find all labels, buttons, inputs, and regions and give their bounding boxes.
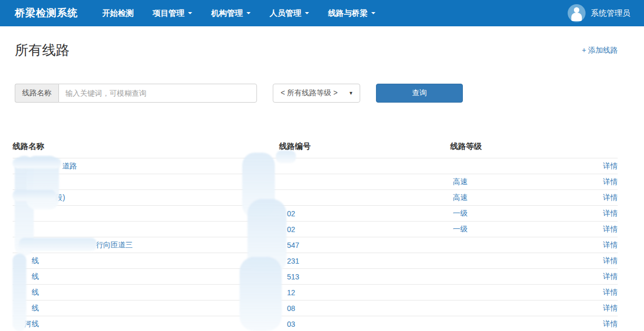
table-row: 02 一级 详情 [13,222,618,237]
line-level-link[interactable] [450,273,453,281]
line-name-link[interactable]: 河线 [13,319,39,328]
line-level-link[interactable] [450,162,453,170]
table-row: 线 513 详情 [13,269,618,285]
detail-link[interactable]: 详情 [603,177,618,186]
header-line-name: 线路名称 [13,136,279,158]
nav-item-4[interactable]: 线路与桥梁 [319,0,385,26]
caret-down-icon: ▼ [349,91,353,96]
line-number-link[interactable]: 08 [279,304,295,313]
line-name-input[interactable] [58,84,257,103]
header-line-number: 线路编号 [279,136,450,158]
page-title: 所有线路 [13,41,70,59]
table-row: 行向匝道三 547 详情 [13,237,618,253]
detail-link[interactable]: 详情 [603,240,618,249]
line-level-link[interactable]: 高速 [450,193,468,202]
nav-item-1[interactable]: 项目管理 [143,0,202,26]
detail-link[interactable]: 详情 [603,225,618,233]
line-number-link[interactable]: 231 [279,257,299,265]
line-name-link[interactable]: 线 [13,272,39,280]
line-level-link[interactable] [450,288,453,297]
detail-link[interactable]: 详情 [603,288,618,296]
line-name-link[interactable]: 道路 [13,162,77,170]
caret-down-icon [371,12,375,14]
caret-down-icon [188,12,192,14]
table-row: 道路 详情 [13,158,618,174]
user-avatar[interactable] [568,4,586,22]
nav-item-2[interactable]: 机构管理 [202,0,260,26]
detail-link[interactable]: 详情 [603,193,618,202]
header-line-level: 线路等级 [450,136,571,158]
query-button[interactable]: 查询 [376,84,463,103]
table-row: 段) 高速 详情 [13,190,618,206]
line-level-link[interactable]: 一级 [450,209,468,217]
caret-down-icon [305,12,309,14]
line-level-select-value: < 所有线路等级 > [281,88,338,98]
caret-down-icon [246,12,251,14]
line-level-select[interactable]: < 所有线路等级 > ▼ [273,84,360,103]
search-form: 线路名称 < 所有线路等级 > ▼ 查询 [13,84,618,103]
line-name-link[interactable]: 行向匝道三 [13,240,133,249]
add-line-link[interactable]: + 添加线路 [582,46,618,55]
detail-link[interactable]: 详情 [603,209,618,217]
user-name-label: 系统管理员 [591,8,630,18]
line-name-link[interactable]: 段) [13,193,65,202]
table-row: 线 231 详情 [13,253,618,269]
page-container: 所有线路 + 添加线路 线路名称 < 所有线路等级 > ▼ 查询 线路名称 线路… [13,41,618,331]
nav-item-0[interactable]: 开始检测 [93,0,143,26]
nav-item-3[interactable]: 人员管理 [260,0,319,26]
line-number-link[interactable]: 02 [279,209,295,218]
line-number-link[interactable] [279,178,287,186]
line-name-link[interactable]: 线 [13,288,39,296]
line-number-link[interactable]: 02 [279,225,295,234]
navbar-user-area[interactable]: 系统管理员 [568,4,630,22]
line-level-link[interactable] [450,241,453,249]
table-header-row: 线路名称 线路编号 线路等级 [13,136,618,158]
line-name-link[interactable]: 线 [13,304,39,312]
line-level-link[interactable]: 一级 [450,225,468,233]
main-nav: 开始检测 项目管理 机构管理 人员管理 线路与桥梁 [93,0,385,26]
lines-table: 线路名称 线路编号 线路等级 道路 详情 高速 详情 段) 高速 详情 02 一… [13,136,618,331]
table-row: 高速 详情 [13,174,618,190]
line-name-input-group: 线路名称 [15,84,257,103]
detail-link[interactable]: 详情 [603,256,618,265]
line-name-link[interactable]: 线 [13,256,39,265]
line-name-label: 线路名称 [15,84,58,103]
table-row: 线 08 详情 [13,300,618,316]
page-header: 所有线路 + 添加线路 [13,41,618,59]
detail-link[interactable]: 详情 [603,162,618,170]
line-number-link[interactable] [279,194,287,202]
line-level-link[interactable]: 高速 [450,177,468,186]
table-row: 河线 03 详情 [13,316,618,331]
top-navbar: 桥梁检测系统 开始检测 项目管理 机构管理 人员管理 线路与桥梁 系统管理员 [0,0,644,26]
detail-link[interactable]: 详情 [603,304,618,312]
person-icon [568,4,586,22]
line-level-link[interactable] [450,304,453,313]
line-number-link[interactable]: 513 [279,273,299,281]
line-level-link[interactable] [450,257,453,265]
detail-link[interactable]: 详情 [603,319,618,328]
line-level-link[interactable] [450,320,453,328]
table-row: 线 12 详情 [13,285,618,300]
header-action [571,136,618,158]
app-brand[interactable]: 桥梁检测系统 [15,6,78,20]
line-number-link[interactable]: 547 [279,241,299,249]
line-number-link[interactable]: 12 [279,288,295,297]
line-number-link[interactable]: 03 [279,320,295,328]
line-number-link[interactable] [279,162,287,170]
detail-link[interactable]: 详情 [603,272,618,280]
table-row: 02 一级 详情 [13,206,618,222]
